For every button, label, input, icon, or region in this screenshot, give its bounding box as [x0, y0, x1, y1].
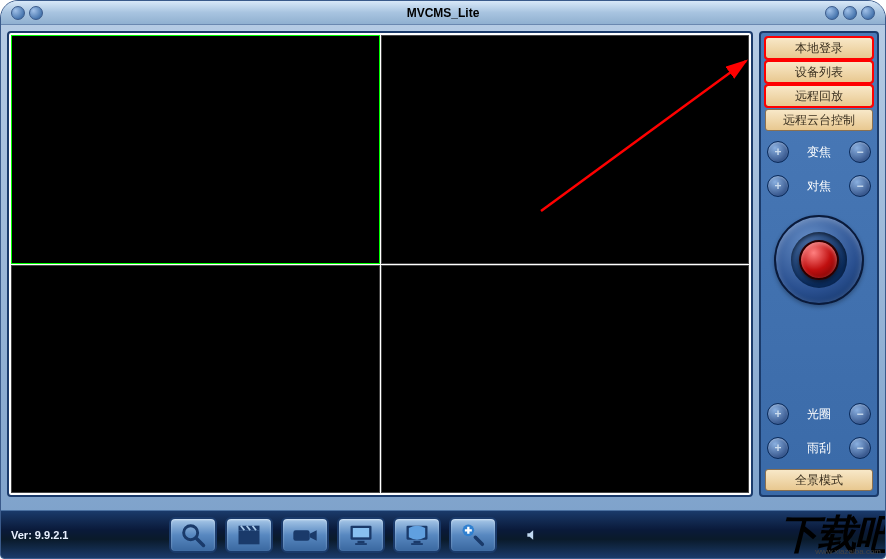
zoom-out-button[interactable]: − — [849, 141, 871, 163]
magnifier-icon — [179, 521, 207, 549]
window-title: MVCMS_Lite — [407, 6, 480, 20]
svg-rect-10 — [411, 543, 423, 545]
watermark-url: www.xiazaiba.com — [815, 547, 881, 556]
ptz-joystick[interactable] — [774, 215, 864, 305]
svg-line-1 — [197, 538, 204, 545]
screen-icon — [403, 521, 431, 549]
focus-in-button[interactable]: + — [767, 175, 789, 197]
right-panel: 本地登录 设备列表 远程回放 远程云台控制 + 变焦 − + 对焦 − — [759, 31, 879, 497]
video-cell-2[interactable] — [381, 35, 750, 264]
svg-rect-2 — [239, 530, 260, 544]
local-login-button[interactable]: 本地登录 — [765, 37, 873, 59]
video-cell-1[interactable] — [11, 35, 380, 264]
svg-rect-9 — [414, 540, 421, 542]
panorama-button[interactable]: 全景模式 — [765, 469, 873, 491]
maximize-button[interactable] — [843, 6, 857, 20]
zoom-in-button[interactable]: + — [767, 141, 789, 163]
focus-out-button[interactable]: − — [849, 175, 871, 197]
monitor-icon — [347, 521, 375, 549]
device-list-button[interactable]: 设备列表 — [765, 61, 873, 83]
wiper-off-button[interactable]: − — [849, 437, 871, 459]
iris-open-button[interactable]: + — [767, 403, 789, 425]
display-tool-button[interactable] — [393, 517, 441, 553]
svg-rect-6 — [358, 540, 365, 542]
video-cell-3[interactable] — [11, 265, 380, 494]
wrench-plus-icon — [459, 521, 487, 549]
svg-rect-5 — [353, 528, 369, 537]
focus-label: 对焦 — [789, 178, 849, 195]
close-button[interactable] — [861, 6, 875, 20]
title-dot-2[interactable] — [29, 6, 43, 20]
svg-rect-3 — [293, 530, 309, 541]
remote-playback-button[interactable]: 远程回放 — [765, 85, 873, 107]
record-tool-button[interactable] — [225, 517, 273, 553]
video-grid — [7, 31, 753, 497]
iris-close-button[interactable]: − — [849, 403, 871, 425]
speaker-control[interactable] — [525, 528, 539, 542]
monitor-tool-button[interactable] — [337, 517, 385, 553]
camcorder-icon — [291, 521, 319, 549]
video-cell-4[interactable] — [381, 265, 750, 494]
ptz-control-section: + 变焦 − + 对焦 − + 光圈 − — [765, 133, 873, 467]
joystick-center[interactable] — [799, 240, 839, 280]
zoom-label: 变焦 — [789, 144, 849, 161]
clapperboard-icon — [235, 521, 263, 549]
wiper-on-button[interactable]: + — [767, 437, 789, 459]
app-window: MVCMS_Lite 本地登录 设备列表 远程回放 远程云台控制 + 变焦 − — [0, 0, 886, 559]
search-tool-button[interactable] — [169, 517, 217, 553]
svg-rect-7 — [355, 543, 367, 545]
remote-ptz-button[interactable]: 远程云台控制 — [765, 109, 873, 131]
iris-label: 光圈 — [789, 406, 849, 423]
wiper-label: 雨刮 — [789, 440, 849, 457]
speaker-icon — [525, 528, 539, 542]
camera-tool-button[interactable] — [281, 517, 329, 553]
titlebar: MVCMS_Lite — [1, 1, 885, 25]
settings-tool-button[interactable] — [449, 517, 497, 553]
version-label: Ver: 9.9.2.1 — [11, 529, 161, 541]
minimize-button[interactable] — [825, 6, 839, 20]
bottom-toolbar: Ver: 9.9.2.1 — [1, 510, 885, 558]
title-dot-1[interactable] — [11, 6, 25, 20]
